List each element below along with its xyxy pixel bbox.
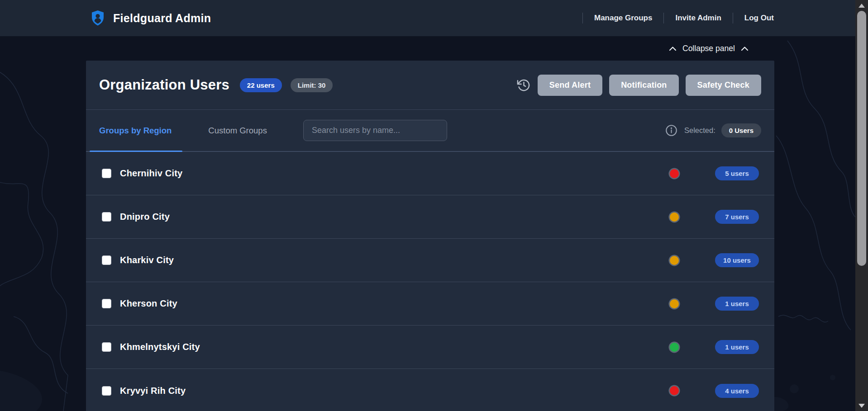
tab-custom-groups[interactable]: Custom Groups	[208, 110, 267, 151]
group-row[interactable]: Kherson City 1 users	[86, 282, 774, 326]
group-row[interactable]: Dnipro City 7 users	[86, 195, 774, 239]
group-checkbox[interactable]	[102, 386, 111, 396]
group-checkbox[interactable]	[102, 169, 111, 178]
panel-header: Organization Users 22 users Limit: 30 Se…	[86, 61, 774, 110]
tab-groups-by-region[interactable]: Groups by Region	[99, 110, 172, 151]
scrollbar-thumb[interactable]	[857, 11, 866, 266]
selected-count-badge: 0 Users	[721, 123, 761, 137]
group-row[interactable]: Kharkiv City 10 users	[86, 239, 774, 282]
group-row[interactable]: Khmelnytskyi City 1 users	[86, 326, 774, 369]
search-input[interactable]	[303, 120, 447, 141]
safety-check-button[interactable]: Safety Check	[686, 75, 761, 96]
scroll-down-arrow-icon[interactable]	[855, 401, 868, 410]
status-dot	[670, 343, 679, 352]
notification-button[interactable]: Notification	[609, 75, 678, 96]
scroll-up-arrow-icon[interactable]	[855, 1, 868, 10]
group-users-badge: 10 users	[715, 253, 759, 267]
status-dot	[670, 213, 679, 222]
status-dot	[670, 169, 679, 178]
group-name: Kharkiv City	[120, 255, 174, 265]
collapse-panel-label: Collapse panel	[682, 44, 735, 53]
nav-link-manage-groups[interactable]: Manage Groups	[594, 14, 652, 23]
user-count-badge: 22 users	[240, 78, 282, 92]
group-users-badge: 5 users	[715, 166, 759, 180]
group-users-badge: 1 users	[715, 297, 759, 311]
collapse-panel-control[interactable]: Collapse panel	[669, 40, 749, 57]
group-name: Kryvyi Rih City	[120, 386, 186, 396]
group-checkbox[interactable]	[102, 299, 111, 308]
header-actions: Send Alert Notification Safety Check	[517, 75, 761, 96]
chevron-up-icon	[741, 46, 749, 51]
group-name: Kherson City	[120, 298, 177, 309]
selection-summary: Selected: 0 Users	[665, 123, 761, 137]
nav-links: Manage Groups Invite Admin Log Out	[571, 13, 774, 24]
group-name: Khmelnytskyi City	[120, 342, 200, 352]
limit-badge: Limit: 30	[291, 78, 333, 92]
info-icon[interactable]	[665, 124, 677, 137]
group-users-badge: 4 users	[715, 384, 759, 398]
nav-divider	[663, 13, 664, 24]
group-checkbox[interactable]	[102, 342, 111, 352]
group-name: Dnipro City	[120, 212, 170, 222]
group-list: Chernihiv City 5 users Dnipro City 7 use…	[86, 152, 774, 411]
list-toolbar: Groups by Region Custom Groups Selected:…	[86, 110, 774, 152]
organization-users-panel: Organization Users 22 users Limit: 30 Se…	[86, 61, 774, 411]
chevron-up-icon	[669, 46, 677, 51]
brand: Fieldguard Admin	[91, 10, 211, 26]
page-title: Organization Users	[99, 77, 229, 93]
nav-divider	[733, 13, 733, 24]
group-row[interactable]: Kryvyi Rih City 4 users	[86, 369, 774, 411]
group-users-badge: 7 users	[715, 210, 759, 224]
nav-divider	[582, 13, 583, 24]
status-dot	[670, 386, 679, 395]
nav-link-invite-admin[interactable]: Invite Admin	[675, 14, 721, 23]
group-users-badge: 1 users	[715, 340, 759, 354]
group-checkbox[interactable]	[102, 255, 111, 265]
top-navbar: Fieldguard Admin Manage Groups Invite Ad…	[0, 0, 855, 36]
send-alert-button[interactable]: Send Alert	[538, 75, 602, 96]
group-row[interactable]: Chernihiv City 5 users	[86, 152, 774, 195]
group-name: Chernihiv City	[120, 168, 182, 179]
group-checkbox[interactable]	[102, 212, 111, 222]
selected-label: Selected:	[684, 126, 715, 135]
app-title: Fieldguard Admin	[113, 12, 211, 25]
status-dot	[670, 256, 679, 265]
shield-logo-icon	[91, 10, 105, 26]
vertical-scrollbar[interactable]	[855, 0, 868, 411]
history-icon[interactable]	[517, 78, 531, 92]
status-dot	[670, 299, 679, 308]
nav-link-log-out[interactable]: Log Out	[744, 14, 774, 23]
